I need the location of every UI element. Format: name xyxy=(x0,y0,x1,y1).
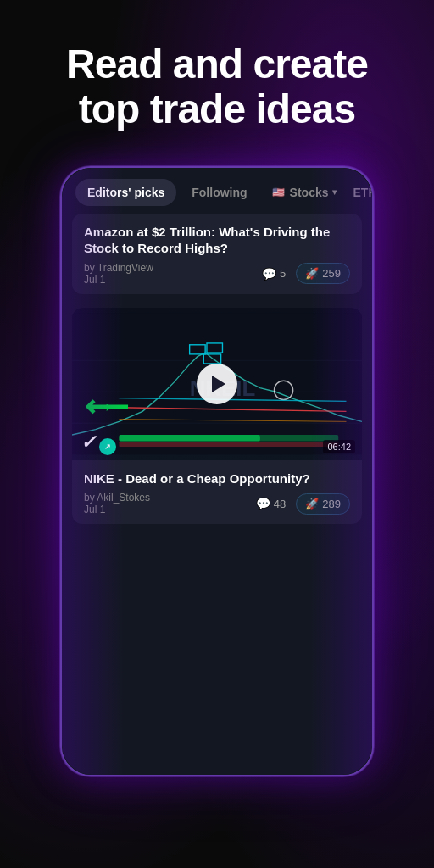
article2-comments[interactable]: 💬 48 xyxy=(256,497,286,510)
article2-meta-row: by Akil_Stokes Jul 1 💬 48 🚀 289 xyxy=(84,492,350,515)
article1-stats: 💬 5 🚀 259 xyxy=(262,263,350,284)
phone-frame: Editors' picks Following 🇺🇸 Stocks ▾ ETF… xyxy=(60,166,374,776)
article1-title: Amazon at $2 Trillion: What's Driving th… xyxy=(84,224,350,257)
article2-title: NIKE - Dead or a Cheap Opportunity? xyxy=(84,470,350,487)
nike-action-btn[interactable]: ↗ xyxy=(99,438,116,455)
boost-count-2: 289 xyxy=(322,498,341,510)
article2-author-date: by Akil_Stokes Jul 1 xyxy=(84,492,150,515)
chevron-down-icon: ▾ xyxy=(332,187,337,197)
comment-count-2: 48 xyxy=(274,498,286,510)
comment-count: 5 xyxy=(280,267,286,280)
comment-icon-2: 💬 xyxy=(256,497,270,510)
nike-chart[interactable]: TV NKEIL xyxy=(72,308,362,460)
svg-rect-26 xyxy=(119,435,259,441)
phone-container: Editors' picks Following 🇺🇸 Stocks ▾ ETF… xyxy=(60,166,374,776)
hero-section: Read and create top trade ideas xyxy=(0,0,434,158)
tab-stocks[interactable]: 🇺🇸 Stocks ▾ xyxy=(263,178,345,207)
play-triangle-icon xyxy=(212,376,225,392)
tab-editors-picks[interactable]: Editors' picks xyxy=(75,179,176,206)
article1-author: by TradingView xyxy=(84,262,153,274)
rocket-icon-2: 🚀 xyxy=(305,498,319,510)
article1-meta-row: by TradingView Jul 1 💬 5 🚀 259 xyxy=(84,262,350,286)
phone-content: Editors' picks Following 🇺🇸 Stocks ▾ ETF… xyxy=(62,168,372,775)
flag-icon: 🇺🇸 xyxy=(271,185,287,200)
article2-author: by Akil_Stokes xyxy=(84,492,150,504)
article2-body: NIKE - Dead or a Cheap Opportunity? by A… xyxy=(72,460,362,525)
comment-icon: 💬 xyxy=(262,267,276,281)
article2-date: Jul 1 xyxy=(84,504,150,515)
article1-body: Amazon at $2 Trillion: What's Driving th… xyxy=(72,214,362,294)
hero-title: Read and create top trade ideas xyxy=(34,42,400,132)
green-arrow-left: ⟵ xyxy=(85,389,129,425)
tab-etf[interactable]: ETF xyxy=(348,179,373,206)
article1-author-date: by TradingView Jul 1 xyxy=(84,262,153,286)
stocks-label: Stocks xyxy=(290,186,329,199)
tabs-bar: Editors' picks Following 🇺🇸 Stocks ▾ ETF xyxy=(62,168,372,214)
boost-count: 259 xyxy=(322,267,341,280)
video-duration: 06:42 xyxy=(323,440,355,453)
rocket-icon: 🚀 xyxy=(305,267,319,280)
play-button[interactable] xyxy=(197,364,237,404)
article-card-amazon: TV Amazon at $2 Trillion: What's Driving… xyxy=(72,214,362,294)
nike-logo-icon: ✓ xyxy=(81,431,96,453)
article-card-nike: TV NKEIL xyxy=(72,308,362,525)
article2-stats: 💬 48 🚀 289 xyxy=(256,493,350,515)
article2-boost-btn[interactable]: 🚀 289 xyxy=(296,493,350,515)
tab-following[interactable]: Following xyxy=(180,179,259,206)
article1-date: Jul 1 xyxy=(84,274,153,286)
svg-rect-27 xyxy=(119,442,338,447)
article1-comments[interactable]: 💬 5 xyxy=(262,267,286,281)
article1-boost-btn[interactable]: 🚀 259 xyxy=(296,263,350,284)
